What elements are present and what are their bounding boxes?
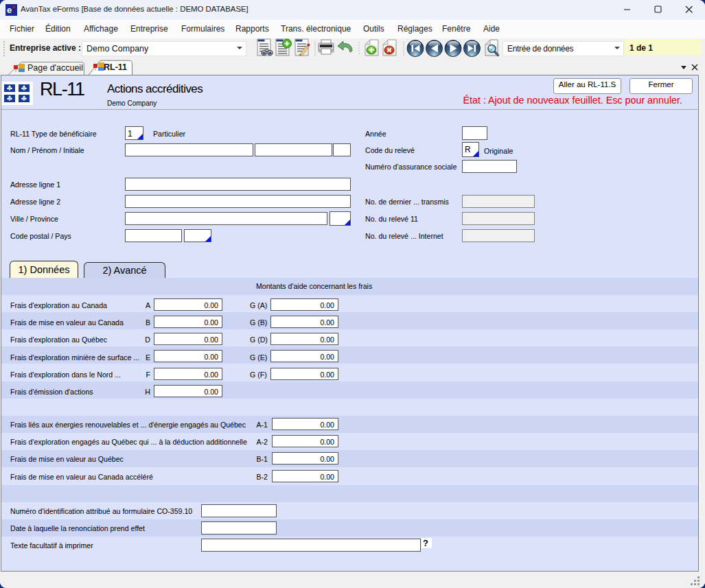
svg-text:RL-11: RL-11 <box>104 62 127 72</box>
svg-text:e: e <box>7 5 12 15</box>
svg-text:Page d'accueil: Page d'accueil <box>27 63 83 73</box>
